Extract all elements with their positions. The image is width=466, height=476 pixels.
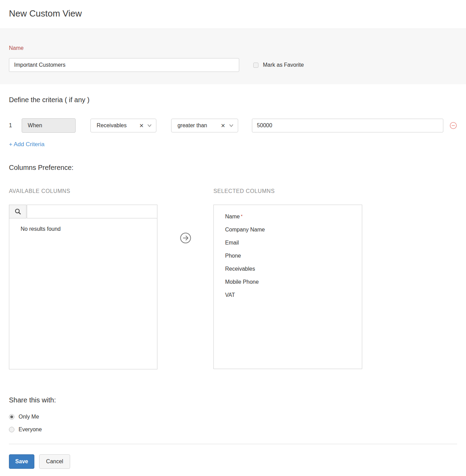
criteria-comparator-value: greater than: [177, 122, 221, 129]
add-criteria-link[interactable]: + Add Criteria: [9, 141, 44, 148]
list-item[interactable]: Name*: [225, 210, 362, 223]
remove-criteria-icon[interactable]: [450, 122, 457, 129]
criteria-heading: Define the criteria ( if any ): [9, 96, 457, 104]
move-to-selected-icon[interactable]: [180, 232, 191, 369]
available-columns-panel: AVAILABLE COLUMNS No results found: [9, 188, 157, 369]
columns-area: AVAILABLE COLUMNS No results found: [9, 188, 457, 369]
when-label: When: [28, 122, 42, 129]
save-button[interactable]: Save: [9, 454, 34, 469]
available-columns-header: AVAILABLE COLUMNS: [9, 188, 157, 194]
favorite-label: Mark as Favorite: [263, 62, 304, 68]
criteria-row-number: 1: [9, 122, 22, 129]
selected-columns-header: SELECTED COLUMNS: [213, 188, 362, 194]
chevron-down-icon: [147, 124, 152, 127]
criteria-row: 1 When Receivables ✕ greater than ✕: [9, 118, 457, 133]
radio-label: Everyone: [19, 426, 42, 433]
share-option-only-me[interactable]: Only Me: [9, 414, 457, 420]
radio-everyone[interactable]: [9, 427, 14, 432]
required-marker: *: [241, 214, 243, 219]
title-bar: New Custom View: [0, 0, 466, 29]
selected-columns-panel: SELECTED COLUMNS Name* Company Name Emai…: [213, 188, 362, 369]
criteria-comparator-select[interactable]: greater than ✕: [171, 119, 238, 132]
selected-item-label: Phone: [225, 253, 241, 259]
no-results-message: No results found: [21, 226, 157, 232]
selected-item-label: Company Name: [225, 227, 265, 232]
criteria-field-select[interactable]: Receivables ✕: [90, 119, 156, 132]
selected-item-label: Mobile Phone: [225, 279, 259, 285]
footer-divider: [9, 444, 457, 444]
selected-item-label: Receivables: [225, 266, 255, 272]
available-columns-list: No results found: [9, 218, 157, 369]
mark-as-favorite[interactable]: Mark as Favorite: [253, 62, 304, 68]
selected-item-label: VAT: [225, 292, 235, 298]
selected-item-label: Name: [225, 214, 240, 219]
criteria-field-value: Receivables: [97, 122, 139, 129]
available-columns-search-input[interactable]: [27, 205, 157, 218]
list-item[interactable]: Mobile Phone: [225, 275, 362, 289]
radio-label: Only Me: [19, 414, 39, 420]
selected-columns-list: Name* Company Name Email Phone Receivabl…: [213, 205, 362, 369]
cancel-button[interactable]: Cancel: [39, 454, 70, 469]
criteria-value-input[interactable]: [252, 119, 443, 132]
list-item[interactable]: Phone: [225, 249, 362, 262]
columns-preference-heading: Columns Preference:: [9, 164, 457, 172]
search-icon: [9, 205, 26, 218]
favorite-checkbox[interactable]: [253, 63, 258, 68]
list-item[interactable]: Company Name: [225, 223, 362, 236]
list-item[interactable]: Email: [225, 236, 362, 249]
share-option-everyone[interactable]: Everyone: [9, 426, 457, 433]
radio-only-me[interactable]: [9, 414, 14, 420]
name-section: Name Mark as Favorite: [0, 29, 466, 84]
list-item[interactable]: VAT: [225, 289, 362, 302]
list-item[interactable]: Receivables: [225, 262, 362, 275]
selected-item-label: Email: [225, 240, 239, 246]
name-label: Name: [9, 45, 457, 51]
when-button: When: [22, 118, 76, 133]
page-title: New Custom View: [9, 8, 457, 19]
share-heading: Share this with:: [9, 396, 457, 404]
name-input[interactable]: [9, 58, 239, 72]
clear-comparator-icon[interactable]: ✕: [221, 122, 225, 129]
clear-field-icon[interactable]: ✕: [139, 122, 144, 129]
chevron-down-icon: [229, 124, 234, 127]
